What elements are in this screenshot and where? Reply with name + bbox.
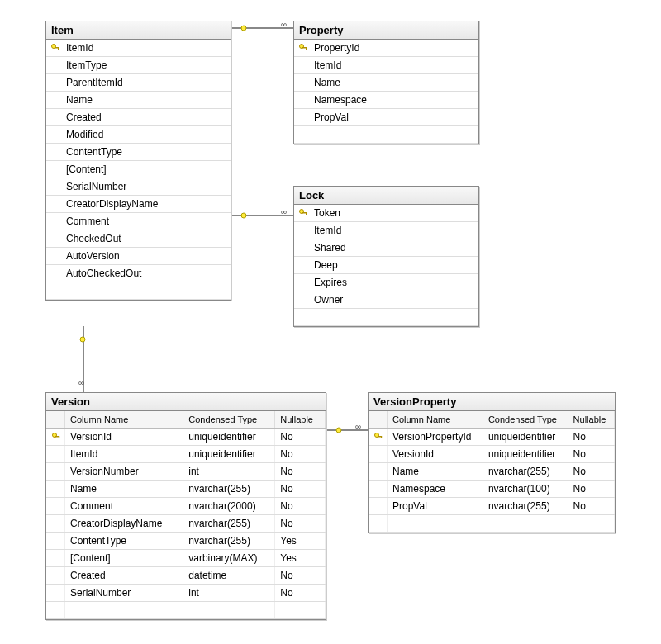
column-type: uniqueidentifier bbox=[483, 446, 568, 463]
table-title: Version bbox=[46, 393, 326, 411]
column-name: Owner bbox=[311, 291, 478, 309]
column-nullable: No bbox=[275, 481, 326, 498]
column-type: int bbox=[183, 585, 275, 602]
key-cell bbox=[369, 481, 388, 498]
column-row[interactable]: ItemId bbox=[294, 57, 478, 74]
column-name: Expires bbox=[311, 274, 478, 291]
column-nullable: No bbox=[568, 463, 614, 481]
column-row[interactable]: ContentTypenvarchar(255)Yes bbox=[46, 533, 326, 550]
svg-point-3 bbox=[336, 428, 341, 433]
column-row[interactable]: ItemIduniqueidentifierNo bbox=[46, 446, 326, 463]
key-cell bbox=[46, 429, 65, 446]
column-row[interactable]: Namespace bbox=[294, 92, 478, 109]
column-name: Comment bbox=[65, 498, 183, 515]
rel-key-icon bbox=[78, 334, 87, 343]
column-name: AutoCheckedOut bbox=[63, 265, 231, 282]
column-name: ItemId bbox=[311, 222, 478, 239]
column-name: VersionId bbox=[65, 429, 183, 446]
column-row[interactable]: Namespacenvarchar(100)No bbox=[369, 481, 615, 498]
column-row[interactable]: AutoCheckedOut bbox=[46, 265, 231, 282]
column-name: SerialNumber bbox=[63, 178, 231, 196]
rel-end-inf: ∞ bbox=[281, 20, 287, 29]
column-row[interactable]: Modified bbox=[46, 126, 231, 144]
column-row[interactable]: PropertyId bbox=[294, 40, 478, 57]
column-row[interactable]: VersionIduniqueidentifierNo bbox=[46, 429, 326, 446]
table-versionproperty[interactable]: VersionProperty Column Name Condensed Ty… bbox=[368, 392, 616, 533]
column-type: nvarchar(255) bbox=[483, 463, 568, 481]
key-cell bbox=[46, 481, 65, 498]
column-row[interactable]: Namenvarchar(255)No bbox=[369, 463, 615, 481]
key-cell bbox=[46, 265, 63, 282]
column-nullable: No bbox=[568, 481, 614, 498]
column-row[interactable]: Deep bbox=[294, 257, 478, 274]
header-key bbox=[46, 411, 65, 429]
column-type: uniqueidentifier bbox=[183, 429, 275, 446]
column-row[interactable]: CheckedOut bbox=[46, 230, 231, 248]
column-row[interactable]: AutoVersion bbox=[46, 248, 231, 265]
rel-key-icon bbox=[335, 425, 343, 433]
key-cell bbox=[46, 161, 63, 178]
column-row[interactable]: ItemId bbox=[46, 40, 231, 57]
rel-end-inf: ∞ bbox=[281, 207, 287, 216]
column-row[interactable]: Namenvarchar(255)No bbox=[46, 481, 326, 498]
column-name: Name bbox=[63, 92, 231, 109]
column-row[interactable]: SerialNumber bbox=[46, 178, 231, 196]
primary-key-icon bbox=[50, 43, 59, 51]
column-row[interactable]: VersionNumberintNo bbox=[46, 463, 326, 481]
column-row[interactable]: VersionPropertyIduniqueidentifierNo bbox=[369, 429, 615, 446]
column-row[interactable]: Commentnvarchar(2000)No bbox=[46, 498, 326, 515]
table-item[interactable]: Item ItemIdItemTypeParentItemIdNameCreat… bbox=[45, 21, 231, 301]
column-name: Created bbox=[65, 567, 183, 585]
column-row[interactable]: ItemType bbox=[46, 57, 231, 74]
column-name: Comment bbox=[63, 213, 231, 230]
column-row[interactable]: Owner bbox=[294, 291, 478, 309]
primary-key-icon bbox=[298, 208, 307, 216]
column-row[interactable]: CreatorDisplayName bbox=[46, 196, 231, 213]
column-name: ParentItemId bbox=[63, 74, 231, 92]
column-row[interactable]: Token bbox=[294, 205, 478, 222]
column-row[interactable]: [Content]varbinary(MAX)Yes bbox=[46, 550, 326, 567]
column-name: VersionPropertyId bbox=[388, 429, 483, 446]
table-version[interactable]: Version Column Name Condensed Type Nulla… bbox=[45, 392, 326, 620]
column-row[interactable]: Name bbox=[46, 92, 231, 109]
column-row[interactable]: Created bbox=[46, 109, 231, 126]
column-row[interactable]: Comment bbox=[46, 213, 231, 230]
column-row[interactable]: Expires bbox=[294, 274, 478, 291]
column-nullable: No bbox=[275, 429, 326, 446]
key-cell bbox=[46, 109, 63, 126]
column-name: VersionId bbox=[388, 446, 483, 463]
column-row[interactable]: CreateddatetimeNo bbox=[46, 567, 326, 585]
key-cell bbox=[294, 57, 311, 74]
column-nullable: No bbox=[568, 429, 614, 446]
column-row[interactable]: Shared bbox=[294, 239, 478, 257]
column-name: PropVal bbox=[311, 109, 478, 126]
column-row[interactable]: PropVal bbox=[294, 109, 478, 126]
column-name: ItemId bbox=[311, 57, 478, 74]
column-row[interactable]: ContentType bbox=[46, 144, 231, 161]
column-row[interactable]: PropValnvarchar(255)No bbox=[369, 498, 615, 515]
column-type: nvarchar(255) bbox=[483, 498, 568, 515]
column-row[interactable]: ParentItemId bbox=[46, 74, 231, 92]
column-row[interactable]: CreatorDisplayNamenvarchar(255)No bbox=[46, 515, 326, 533]
column-row[interactable]: Name bbox=[294, 74, 478, 92]
column-nullable: No bbox=[275, 585, 326, 602]
column-name: Name bbox=[65, 481, 183, 498]
column-row[interactable]: [Content] bbox=[46, 161, 231, 178]
key-cell bbox=[369, 463, 388, 481]
table-lock[interactable]: Lock TokenItemIdSharedDeepExpiresOwner bbox=[293, 186, 479, 327]
column-list: ItemIdItemTypeParentItemIdNameCreatedMod… bbox=[46, 40, 231, 300]
column-row[interactable]: SerialNumberintNo bbox=[46, 585, 326, 602]
table-property[interactable]: Property PropertyIdItemIdNameNamespacePr… bbox=[293, 21, 479, 144]
key-cell bbox=[294, 92, 311, 109]
column-name: ItemType bbox=[63, 57, 231, 74]
column-row[interactable]: ItemId bbox=[294, 222, 478, 239]
column-name: [Content] bbox=[63, 161, 231, 178]
column-row-blank bbox=[46, 602, 326, 619]
key-cell bbox=[294, 222, 311, 239]
column-name: Shared bbox=[311, 239, 478, 257]
column-row[interactable]: VersionIduniqueidentifierNo bbox=[369, 446, 615, 463]
key-cell bbox=[46, 567, 65, 585]
key-cell bbox=[294, 40, 311, 57]
column-name: ItemId bbox=[65, 446, 183, 463]
primary-key-icon bbox=[298, 43, 307, 51]
